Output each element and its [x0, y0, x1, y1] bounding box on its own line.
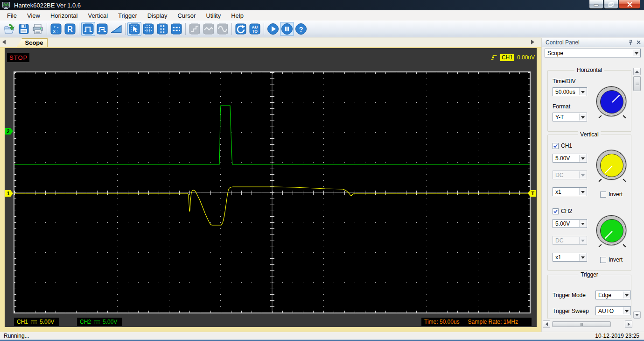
grid-icon	[143, 23, 154, 35]
dc-coupling-icon	[94, 320, 100, 324]
panel-scroll-right-button[interactable]	[625, 320, 632, 328]
chevron-down-icon	[579, 88, 586, 95]
ch1-volts-select[interactable]: 5.00V	[553, 154, 587, 163]
math-button[interactable]: + - x ÷	[49, 22, 63, 36]
status-message: Running...	[0, 333, 29, 339]
help-icon: ?	[295, 23, 307, 35]
ch1-invert-checkbox[interactable]: Invert	[600, 191, 623, 198]
cursor-button[interactable]	[127, 22, 141, 36]
ch2-volts-select[interactable]: 5.00V	[553, 219, 587, 228]
scope-display[interactable]	[14, 71, 531, 313]
ch2-enable-checkbox[interactable]: CH2	[553, 208, 572, 214]
time-div-label: Time/DIV	[553, 78, 576, 85]
save-icon	[18, 23, 29, 35]
reference-icon: R	[64, 23, 76, 35]
grid-button[interactable]	[141, 22, 155, 36]
chevron-down-icon	[633, 50, 640, 57]
vertical-cursors-button[interactable]	[155, 22, 169, 36]
menu-vertical[interactable]: Vertical	[83, 11, 113, 20]
chevron-down-icon	[623, 291, 630, 298]
square-wave-icon	[83, 23, 94, 35]
horizontal-cursors-icon	[171, 23, 182, 35]
print-button[interactable]	[31, 22, 45, 36]
ch1-position-knob[interactable]	[595, 149, 629, 183]
autoset-button[interactable]: AU TO	[248, 22, 262, 36]
tab-scroll-right-icon[interactable]	[531, 40, 534, 44]
timebase-badge: Time: 50.00us Sample Rate: 1MHz	[421, 318, 532, 326]
panel-vscroll-thumb[interactable]	[633, 76, 641, 91]
menu-view[interactable]: View	[22, 11, 45, 20]
ch1-position-marker[interactable]: 1	[5, 190, 13, 197]
step-button	[188, 22, 202, 36]
chevron-down-icon	[579, 155, 586, 162]
restore-button[interactable]	[604, 0, 618, 9]
svg-text:x ÷: x ÷	[53, 29, 59, 34]
minimize-button[interactable]	[589, 0, 603, 9]
toolbar-separator	[79, 23, 79, 35]
window-title: Hantek6022BE Ver 1.0.6	[14, 2, 81, 9]
start-icon	[267, 23, 279, 35]
vertical-group-title: Vertical	[578, 131, 601, 138]
panel-close-icon[interactable]	[636, 40, 641, 46]
menu-file[interactable]: File	[2, 11, 22, 20]
svg-text:R: R	[67, 25, 73, 33]
menu-horizontal[interactable]: Horizontal	[45, 11, 83, 20]
panel-scroll-down-button[interactable]	[633, 311, 641, 319]
trigger-level-value: 0.00uV	[517, 54, 535, 61]
tab-scope[interactable]: Scope	[17, 38, 48, 47]
trigger-mode-label: Trigger Mode	[553, 292, 586, 298]
horizontal-group-title: Horizontal	[574, 67, 604, 73]
panel-hscroll-thumb[interactable]	[552, 321, 611, 327]
close-button[interactable]	[619, 0, 640, 9]
status-bar: Running... 10-12-2019 23:25	[0, 332, 644, 340]
ch2-invert-checkbox[interactable]: Invert	[600, 256, 623, 263]
save-button[interactable]	[17, 22, 31, 36]
refresh-button[interactable]	[234, 22, 248, 36]
reference-button[interactable]: R	[63, 22, 77, 36]
panel-scroll-left-button[interactable]	[543, 320, 550, 328]
open-button[interactable]	[3, 22, 17, 36]
start-button[interactable]	[266, 22, 280, 36]
format-select[interactable]: Y-T	[553, 113, 587, 121]
toolbar-separator	[47, 23, 47, 35]
ch1-coupling-select: DC	[553, 170, 587, 179]
ch1-probe-select[interactable]: x1	[553, 187, 587, 196]
ch2-coupling-select: DC	[553, 236, 587, 245]
ch1-enable-checkbox[interactable]: CH1	[553, 142, 572, 149]
toolbar-separator	[264, 23, 264, 35]
menu-bar: File View Horizontal Vertical Trigger Di…	[0, 10, 644, 21]
sine-button	[216, 22, 230, 36]
panel-scroll-up-button[interactable]	[633, 68, 641, 75]
pin-icon[interactable]	[628, 40, 633, 47]
trigger-sweep-select[interactable]: AUTO	[595, 306, 631, 315]
horizontal-group: Horizontal Time/DIV 50.00us Format Y-T	[547, 70, 631, 132]
pause-button[interactable]	[280, 22, 294, 36]
dc-coupling-icon	[31, 320, 37, 324]
tab-scroll-left-icon[interactable]	[2, 40, 6, 44]
panel-mode-select[interactable]: Scope	[545, 49, 641, 57]
menu-help[interactable]: Help	[226, 11, 249, 20]
svg-text:TO: TO	[252, 29, 258, 34]
ch2-scale-badge[interactable]: CH2 5.00V	[77, 318, 122, 326]
rising-edge-icon	[490, 54, 497, 61]
refresh-icon	[235, 23, 246, 35]
help-button[interactable]: ?	[294, 22, 308, 36]
trigger-sweep-label: Trigger Sweep	[553, 308, 589, 314]
horizontal-cursors-button[interactable]	[169, 22, 183, 36]
square-wave-button[interactable]	[81, 22, 95, 36]
ch2-position-knob[interactable]	[595, 214, 629, 248]
menu-cursor[interactable]: Cursor	[172, 11, 201, 20]
menu-display[interactable]: Display	[142, 11, 173, 20]
pulse-button[interactable]	[95, 22, 109, 36]
ramp-button[interactable]	[109, 22, 123, 36]
horizontal-position-knob[interactable]	[595, 85, 629, 119]
time-div-select[interactable]: 50.00us	[553, 87, 587, 96]
ch2-probe-select[interactable]: x1	[553, 253, 587, 262]
ch1-scale-badge[interactable]: CH1 5.00V	[14, 318, 59, 326]
menu-trigger[interactable]: Trigger	[113, 11, 142, 20]
sine-icon	[217, 23, 228, 35]
trigger-mode-select[interactable]: Edge	[595, 291, 631, 299]
ch2-position-marker[interactable]: 2	[5, 128, 13, 135]
chevron-down-icon	[579, 171, 586, 178]
menu-utility[interactable]: Utility	[201, 11, 226, 20]
